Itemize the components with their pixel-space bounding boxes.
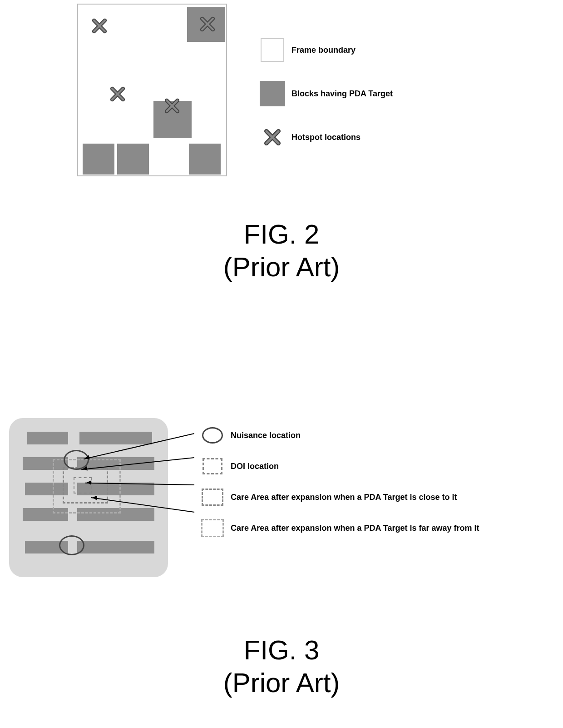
fig2-frame-boundary [77, 4, 227, 176]
legend-row-care-close: Care Area after expansion when a PDA Tar… [200, 487, 554, 508]
pda-block [83, 144, 114, 175]
legend-label: DOI location [231, 462, 279, 471]
frame-swatch-icon [261, 38, 284, 62]
nuisance-circle [59, 535, 84, 555]
hotspot-x-icon [92, 18, 107, 34]
legend-label: Frame boundary [291, 45, 356, 55]
legend-row-blocks: Blocks having PDA Target [259, 80, 495, 107]
layout-bar [77, 541, 154, 553]
legend-label: Nuisance location [231, 431, 301, 440]
layout-bar [27, 432, 68, 444]
fig3-legend: Nuisance location DOI location Care Area… [200, 425, 554, 548]
dashed-box-icon [202, 458, 222, 474]
caption-line: FIG. 2 [0, 218, 563, 251]
dashed-box-icon [202, 489, 223, 506]
hotspot-x-icon [264, 129, 281, 146]
legend-row-frame: Frame boundary [259, 36, 495, 64]
legend-row-hotspots: Hotspot locations [259, 124, 495, 151]
legend-row-doi: DOI location [200, 456, 554, 477]
legend-row-nuisance: Nuisance location [200, 425, 554, 446]
legend-label: Hotspot locations [291, 133, 361, 142]
layout-bar [79, 432, 152, 444]
caption-line: (Prior Art) [0, 251, 563, 284]
hotspot-x-icon [110, 86, 125, 102]
caption-line: (Prior Art) [0, 667, 563, 699]
dashed-box-icon [201, 519, 224, 537]
pda-block [117, 144, 149, 175]
hotspot-x-icon [200, 16, 215, 32]
hotspot-x-icon [164, 98, 180, 114]
doi-box [74, 477, 92, 494]
fig2-legend: Frame boundary Blocks having PDA Target … [259, 36, 495, 167]
legend-row-care-far: Care Area after expansion when a PDA Tar… [200, 518, 554, 539]
fig3-panel [9, 418, 168, 577]
legend-label: Care Area after expansion when a PDA Tar… [231, 493, 457, 502]
caption-line: FIG. 3 [0, 634, 563, 667]
legend-label: Blocks having PDA Target [291, 89, 393, 99]
block-swatch-icon [260, 81, 285, 106]
oval-icon [202, 427, 223, 444]
fig2-caption: FIG. 2 (Prior Art) [0, 218, 563, 284]
pda-block [189, 144, 221, 175]
legend-label: Care Area after expansion when a PDA Tar… [231, 524, 479, 533]
fig3-caption: FIG. 3 (Prior Art) [0, 634, 563, 699]
